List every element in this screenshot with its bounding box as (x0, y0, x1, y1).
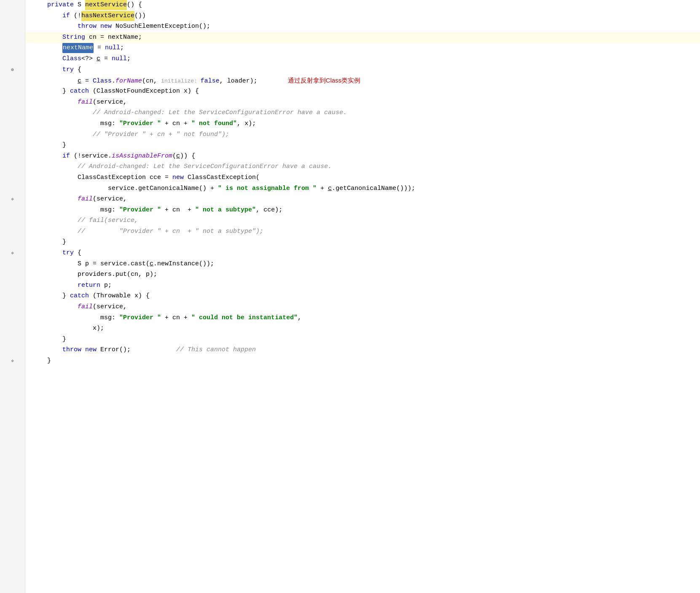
kw-try1: try (62, 65, 74, 75)
kw-null2: null (112, 54, 127, 64)
gutter-icon-3[interactable]: ◆ (0, 248, 25, 259)
code-text: (! (70, 11, 81, 21)
code-text: p; (100, 280, 112, 291)
gutter-icon-1 (0, 75, 25, 86)
code-text: } (32, 356, 51, 366)
code-text: , loader); (220, 76, 288, 86)
code-text (32, 43, 62, 53)
code-text: (service, (93, 302, 127, 312)
code-text: x); (32, 323, 104, 334)
kw-class: Class (62, 54, 81, 64)
code-text (32, 151, 62, 161)
code-text: , cce); (256, 205, 282, 215)
code-text (32, 21, 78, 32)
code-text (32, 130, 93, 140)
code-line-30: msg: "Provider " + cn + " could not be i… (25, 313, 700, 324)
kw-return: return (78, 280, 100, 291)
var-c4: c (328, 184, 332, 194)
comment-android2: // Android-changed: Let the ServiceConfi… (78, 162, 332, 172)
string-provider-not-found: "Provider " (119, 119, 161, 129)
code-text: . (112, 76, 115, 86)
kw-catch2: catch (70, 291, 89, 301)
code-text: providers.put(cn, p); (32, 270, 157, 280)
code-line-15: if (!service.isAssignableFrom(c)) { (25, 151, 700, 162)
code-line-3: throw new NoSuchElementException(); (25, 21, 700, 32)
string-provider: "Provider " (119, 205, 161, 215)
code-text: + cn + (161, 313, 191, 323)
method-fail3: fail (78, 302, 93, 312)
kw-string: String (62, 32, 85, 43)
method-isassignable: isAssignableFrom (112, 151, 172, 161)
code-line-23: } (25, 237, 700, 248)
string-could-not: " could not be instantiated" (191, 313, 298, 323)
code-text: , x); (237, 119, 256, 129)
gutter-icon-2[interactable]: ◆ (0, 194, 25, 205)
method-fail1: fail (78, 97, 93, 107)
code-text: (!service. (70, 151, 112, 161)
code-text (32, 0, 47, 10)
code-line-26: providers.put(cn, p); (25, 270, 700, 280)
code-text: S (74, 0, 85, 10)
kw-catch1: catch (70, 86, 89, 96)
kw-new2: new (172, 173, 184, 183)
code-text (32, 345, 62, 355)
code-line-29: fail(service, (25, 302, 700, 313)
code-text: , (298, 313, 301, 323)
gutter-icons: ● ◆ ◆ ◆ (0, 0, 25, 388)
code-line-27: return p; (25, 280, 700, 291)
code-line-9: } catch (ClassNotFoundException x) { (25, 86, 700, 97)
code-line-31: x); (25, 323, 700, 334)
kw-private: private (47, 0, 74, 10)
code-text (97, 21, 100, 32)
code-text: } (32, 140, 66, 150)
code-text: msg: (32, 205, 119, 215)
code-line-25: S p = service.cast(c.newInstance()); (25, 259, 700, 270)
code-text: (cn, (142, 76, 161, 86)
kw-if: if (62, 11, 70, 21)
gutter: ● ◆ ◆ ◆ (0, 0, 25, 593)
method-forname: forName (115, 76, 142, 86)
code-text (32, 11, 62, 21)
code-text (32, 216, 78, 226)
gutter-icon-4[interactable]: ◆ (0, 356, 25, 367)
kw-class2: Class (93, 76, 112, 86)
var-c3: c (176, 151, 180, 161)
annotation-initialize: initialize: (161, 77, 201, 86)
comment-fail1: // fail(service, (78, 216, 138, 226)
comment-provider1: // "Provider " + cn + " not found"); (93, 130, 229, 140)
kw-throw2: throw (62, 345, 81, 355)
code-text: msg: (32, 313, 119, 323)
code-text (32, 108, 93, 118)
gutter-breakpoint-try1[interactable]: ● (0, 65, 25, 76)
code-text: ; (120, 43, 124, 53)
code-text: { (74, 65, 81, 75)
code-line-12: msg: "Provider " + cn + " not found", x)… (25, 119, 700, 130)
comment-fail2: // "Provider " + cn + " not a subtype"); (78, 227, 263, 237)
method-fail2: fail (78, 194, 93, 204)
code-text: service.getCanonicalName() + (32, 184, 218, 194)
code-text: (Throwable x) { (89, 291, 150, 301)
code-text: cn = nextName; (85, 32, 142, 43)
code-text (32, 280, 78, 291)
code-line-16: // Android-changed: Let the ServiceConfi… (25, 162, 700, 173)
var-c: c (97, 54, 100, 64)
code-line-14: } (25, 140, 700, 151)
code-text: () { (127, 0, 142, 10)
code-text: } (32, 237, 66, 247)
kw-new: new (100, 21, 112, 32)
code-text: S p = service.cast( (32, 259, 150, 269)
code-text: <?> (81, 54, 97, 64)
code-text: + cn + (161, 119, 191, 129)
code-text (81, 345, 85, 355)
code-text: = (81, 76, 93, 86)
string-provider2: "Provider " (119, 313, 161, 323)
code-line-10: fail(service, (25, 97, 700, 108)
code-bottom-padding (25, 367, 700, 451)
code-text: msg: (32, 119, 119, 129)
code-container: ● ◆ ◆ ◆ (0, 0, 700, 593)
var-c2: c (78, 76, 81, 86)
kw-false: false (201, 76, 220, 86)
code-text (32, 76, 78, 86)
code-text (32, 97, 78, 107)
kw-throw: throw (78, 21, 97, 32)
